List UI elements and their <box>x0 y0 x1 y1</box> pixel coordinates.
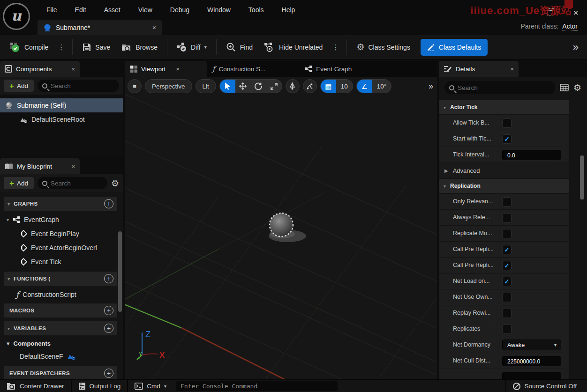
property-input[interactable] <box>502 372 561 380</box>
property-checkbox[interactable] <box>502 245 512 254</box>
functions-section-header[interactable]: ▾ FUNCTIONS ( + <box>4 272 117 286</box>
menu-item[interactable]: File <box>38 6 66 14</box>
property-input[interactable]: 225000000.0 <box>502 356 561 366</box>
components-add-button[interactable]: + Add <box>4 80 34 92</box>
menu-item[interactable]: View <box>129 6 161 14</box>
event-graph-item[interactable]: ▾ EventGraph <box>4 213 117 227</box>
console-command-box[interactable] <box>176 381 338 391</box>
asset-tab-close-icon[interactable]: × <box>152 24 156 31</box>
menu-item[interactable]: Tools <box>240 6 273 14</box>
window-close-icon[interactable]: × <box>573 7 579 18</box>
property-checkbox[interactable] <box>502 134 512 144</box>
event-item[interactable]: Event BeginPlay <box>4 227 117 241</box>
output-log-button[interactable]: Output Log <box>72 380 128 392</box>
tree-item-submarine-self[interactable]: Submarine (Self) <box>0 98 123 112</box>
components-tab[interactable]: Components × <box>0 61 80 77</box>
details-tab[interactable]: Details × <box>439 61 519 77</box>
browse-button[interactable]: Browse <box>117 38 162 57</box>
my-blueprint-settings-gear-icon[interactable]: ⚙ <box>111 179 119 188</box>
property-select[interactable]: Awake▾ <box>502 340 561 350</box>
save-button[interactable]: Save <box>77 38 115 57</box>
components-search-box[interactable] <box>38 80 119 92</box>
compile-options-kebab-icon[interactable]: ⋮ <box>55 43 68 52</box>
menu-item[interactable]: Debug <box>161 6 198 14</box>
property-checkbox[interactable] <box>502 261 512 270</box>
menu-item[interactable]: Asset <box>95 6 129 14</box>
hide-unrelated-button[interactable]: Hide Unrelated <box>259 38 327 57</box>
advanced-expander[interactable]: ▶ Advanced <box>439 163 569 178</box>
components-panel-close-icon[interactable]: × <box>71 66 75 73</box>
construction-script-item[interactable]: ƒ ConstructionScript <box>4 288 117 302</box>
property-checkbox[interactable] <box>502 213 512 222</box>
tab-viewport[interactable]: Viewport × <box>125 61 207 77</box>
diff-button[interactable]: Diff ▾ <box>172 38 211 57</box>
my-blueprint-panel-close-icon[interactable]: × <box>71 163 75 170</box>
add-graph-icon[interactable]: + <box>104 199 113 208</box>
tree-item-default-scene-root[interactable]: DefaultSceneRoot <box>0 112 123 126</box>
scale-tool-button[interactable] <box>266 80 282 93</box>
property-checkbox[interactable] <box>502 229 512 238</box>
add-variable-icon[interactable]: + <box>104 324 113 333</box>
actor-tick-section-header[interactable]: ▾ Actor Tick <box>439 100 569 114</box>
details-search-input[interactable] <box>458 84 550 91</box>
add-macro-icon[interactable]: + <box>104 306 113 315</box>
select-tool-button[interactable] <box>220 80 235 93</box>
property-checkbox[interactable] <box>502 118 512 128</box>
graphs-section-header[interactable]: ▾ GRAPHS + <box>4 197 117 211</box>
details-panel-close-icon[interactable]: × <box>510 66 514 73</box>
rotation-snap-toggle[interactable]: ∠ <box>357 80 372 93</box>
tab-construction-script[interactable]: ƒ Construction S... <box>207 61 271 77</box>
move-tool-button[interactable] <box>235 80 251 93</box>
rotation-snap-value[interactable]: 10° <box>372 80 391 93</box>
replication-section-header[interactable]: ▾ Replication <box>439 179 569 193</box>
variables-components-subsection[interactable]: ▾ Components <box>4 337 117 349</box>
class-defaults-button[interactable]: Class Defaults <box>421 39 488 56</box>
my-blueprint-scrollbar[interactable] <box>118 231 122 312</box>
tab-event-graph[interactable]: Event Graph <box>299 61 357 77</box>
parent-class-link[interactable]: Actor <box>562 22 578 30</box>
menu-item[interactable]: Edit <box>66 6 95 14</box>
cmd-selector[interactable]: Cmd ▾ <box>128 380 173 392</box>
property-checkbox[interactable] <box>502 197 512 207</box>
grid-snap-value[interactable]: 10 <box>336 80 353 93</box>
perspective-selector[interactable]: Perspective <box>145 79 192 93</box>
viewport-options-menu-icon[interactable]: ≡ <box>128 79 142 93</box>
property-input[interactable]: 0.0 <box>502 150 561 160</box>
details-scrollbar[interactable] <box>580 155 584 200</box>
viewport-toolbar-overflow-icon[interactable]: » <box>429 81 435 91</box>
property-matrix-icon[interactable] <box>560 84 569 91</box>
my-blueprint-tab[interactable]: My Blueprint × <box>0 158 80 174</box>
my-blueprint-add-button[interactable]: + Add <box>4 177 34 189</box>
property-checkbox[interactable] <box>502 293 512 302</box>
find-button[interactable]: Find <box>221 38 257 57</box>
add-function-icon[interactable]: + <box>104 274 113 283</box>
surface-snapping-button[interactable] <box>303 79 317 93</box>
details-search-box[interactable] <box>444 81 555 94</box>
rotate-tool-button[interactable] <box>251 80 266 93</box>
property-checkbox[interactable] <box>502 309 512 318</box>
asset-tab-submarine[interactable]: Submarine* × <box>38 20 162 35</box>
console-command-input[interactable] <box>181 383 333 390</box>
components-search-input[interactable] <box>51 82 114 89</box>
coordinate-space-button[interactable] <box>286 79 300 93</box>
event-item[interactable]: Event Tick <box>4 255 117 269</box>
details-settings-gear-icon[interactable]: ⚙ <box>573 83 581 92</box>
property-checkbox[interactable] <box>502 277 512 286</box>
add-event-dispatcher-icon[interactable]: + <box>104 369 113 378</box>
viewport-3d[interactable]: ≡ Perspective Lit <box>125 77 437 379</box>
content-drawer-button[interactable]: Content Drawer <box>0 380 72 392</box>
class-settings-button[interactable]: ⚙ Class Settings <box>352 38 415 57</box>
my-blueprint-search-input[interactable] <box>51 180 103 187</box>
menu-item[interactable]: Window <box>198 6 240 14</box>
variables-section-header[interactable]: ▾ VARIABLES + <box>4 321 117 335</box>
compile-button[interactable]: Compile <box>5 38 53 57</box>
menu-item[interactable]: Help <box>273 6 304 14</box>
property-checkbox[interactable] <box>502 325 512 334</box>
source-control-button[interactable]: Source Control Off <box>505 380 587 392</box>
variable-default-scene-item[interactable]: DefaultSceneF <box>4 349 117 363</box>
tab-viewport-close-icon[interactable]: × <box>176 66 180 73</box>
toolbar-overflow-chevrons-icon[interactable]: » <box>573 41 582 53</box>
lit-mode-selector[interactable]: Lit <box>196 79 216 93</box>
hide-unrelated-kebab-icon[interactable]: ⋮ <box>329 43 342 52</box>
event-dispatchers-section-header[interactable]: EVENT DISPATCHERS + <box>4 366 117 379</box>
